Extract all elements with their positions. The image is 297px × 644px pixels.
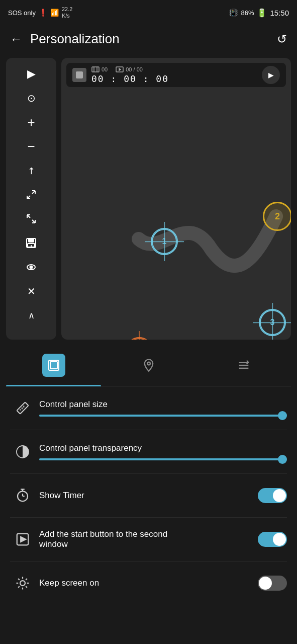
back-button[interactable]: ← bbox=[10, 32, 22, 46]
timer-bar: 00 00 / 00 00 : 00 : 00 ▶ bbox=[66, 63, 286, 87]
tab-panel[interactable] bbox=[6, 345, 101, 386]
battery-icon: 🔋 bbox=[257, 8, 267, 18]
sos-text: SOS only bbox=[8, 9, 36, 17]
svg-point-24 bbox=[147, 362, 150, 365]
frame-total: 00 / 00 bbox=[126, 66, 143, 72]
map-area[interactable]: 00 00 / 00 00 : 00 : 00 ▶ bbox=[61, 58, 291, 340]
panel-size-setting: Control panel size bbox=[10, 386, 287, 430]
waypoint-3[interactable]: 3 bbox=[259, 309, 286, 336]
screen-on-label: Keep screen on bbox=[39, 578, 99, 588]
panel-size-thumb bbox=[278, 411, 287, 420]
waypoint-circle-1: 1 bbox=[151, 228, 178, 255]
timer-display: 00 : 00 : 00 bbox=[91, 73, 257, 84]
start-button-knob bbox=[273, 533, 286, 546]
destination-marker[interactable]: 2 bbox=[263, 202, 291, 231]
show-timer-label: Show Timer bbox=[39, 491, 84, 501]
reset-button[interactable]: ↺ bbox=[277, 32, 287, 46]
header-left: ← Personalization bbox=[10, 31, 120, 47]
save-button[interactable] bbox=[16, 232, 46, 254]
timer-meta: 00 00 / 00 bbox=[91, 66, 257, 72]
exclamation-icon: ❗ bbox=[39, 9, 47, 17]
screen-on-toggle[interactable] bbox=[258, 576, 287, 591]
start-button-main: Add the start button to the second windo… bbox=[39, 529, 287, 549]
transparency-icon bbox=[10, 439, 35, 464]
map-svg bbox=[61, 58, 291, 340]
svg-rect-13 bbox=[29, 238, 34, 242]
transparency-label: Control panel transparency bbox=[39, 443, 287, 453]
svg-line-46 bbox=[26, 586, 27, 588]
left-toolbar: ▶ ⊙ + − ↗ bbox=[6, 58, 56, 340]
waypoint-2[interactable]: 2 bbox=[126, 337, 153, 340]
timer-icon bbox=[10, 483, 35, 508]
panel-tab-icon bbox=[42, 354, 65, 377]
play-button[interactable]: ▶ bbox=[16, 63, 46, 85]
show-timer-setting: Show Timer bbox=[10, 474, 287, 518]
svg-line-45 bbox=[18, 579, 20, 580]
panel-size-fill bbox=[39, 415, 282, 417]
eye-button[interactable] bbox=[16, 256, 46, 278]
half-circle-svg bbox=[15, 444, 30, 459]
show-timer-main: Show Timer bbox=[39, 488, 287, 503]
start-button-toggle[interactable] bbox=[258, 532, 287, 547]
start-button-label: Add the start button to the second windo… bbox=[39, 529, 190, 549]
start-button-setting: Add the start button to the second windo… bbox=[10, 518, 287, 561]
vibrate-icon: 📳 bbox=[229, 9, 238, 17]
ruler-icon bbox=[10, 395, 35, 421]
speed-text: 22.2K/s bbox=[62, 6, 72, 19]
panel-size-slider-container[interactable] bbox=[39, 415, 287, 417]
frame-icon-group: 00 bbox=[91, 66, 108, 72]
tab-location[interactable] bbox=[101, 345, 196, 386]
panel-transparency-setting: Control panel transparency bbox=[10, 430, 287, 474]
panel-size-label: Control panel size bbox=[39, 399, 287, 410]
battery-percent: 86% bbox=[241, 9, 254, 17]
page-title: Personalization bbox=[30, 31, 120, 47]
waypoint-1[interactable]: 1 bbox=[151, 228, 178, 255]
waypoint-number-3: 3 bbox=[270, 318, 275, 327]
waypoint-circle-3: 3 bbox=[259, 309, 286, 336]
show-timer-knob bbox=[273, 489, 286, 502]
transparency-fill bbox=[39, 458, 282, 460]
transparency-thumb bbox=[278, 455, 287, 464]
svg-point-40 bbox=[20, 581, 25, 586]
frame-count: 00 bbox=[102, 66, 108, 72]
expand-button[interactable] bbox=[16, 208, 46, 230]
svg-line-48 bbox=[26, 579, 27, 580]
wifi-icon: 📶 bbox=[50, 9, 59, 17]
tab-sort[interactable] bbox=[196, 345, 291, 386]
screen-on-setting: Keep screen on bbox=[10, 561, 287, 605]
svg-rect-23 bbox=[50, 362, 57, 369]
waypoint-circle-2: 2 bbox=[126, 337, 153, 340]
play-square-icon bbox=[10, 527, 35, 552]
brightness-icon bbox=[10, 571, 35, 596]
close-button[interactable]: ✕ bbox=[16, 280, 46, 302]
status-right: 📳 86% 🔋 15:50 bbox=[229, 8, 289, 18]
clock-time: 15:50 bbox=[270, 9, 289, 17]
show-timer-toggle[interactable] bbox=[258, 488, 287, 503]
destination-number: 2 bbox=[275, 211, 280, 222]
transparency-slider-container[interactable] bbox=[39, 458, 287, 460]
stop-button[interactable] bbox=[72, 68, 86, 82]
chevron-up-button[interactable]: ∧ bbox=[16, 304, 46, 327]
collapse-button[interactable] bbox=[16, 184, 46, 206]
transparency-content: Control panel transparency bbox=[39, 443, 287, 460]
status-left: SOS only ❗ 📶 22.2K/s bbox=[8, 6, 72, 19]
svg-marker-39 bbox=[21, 537, 26, 542]
transparency-slider[interactable] bbox=[39, 458, 287, 460]
sort-tab-icon bbox=[237, 358, 251, 372]
waypoint-number-1: 1 bbox=[162, 237, 167, 246]
screen-on-knob bbox=[259, 577, 272, 590]
add-button[interactable]: + bbox=[16, 111, 46, 133]
panel-size-slider[interactable] bbox=[39, 415, 287, 417]
frame-total-group: 00 / 00 bbox=[116, 66, 143, 72]
screen-on-main: Keep screen on bbox=[39, 576, 287, 591]
timer-info: 00 00 / 00 00 : 00 : 00 bbox=[91, 66, 257, 84]
location-tab-icon bbox=[142, 358, 156, 372]
target-button[interactable]: ⊙ bbox=[16, 87, 46, 109]
canvas-area: ▶ ⊙ + − ↗ bbox=[6, 58, 291, 340]
stop-icon bbox=[76, 71, 83, 78]
panel-size-content: Control panel size bbox=[39, 399, 287, 417]
header: ← Personalization ↺ bbox=[0, 25, 297, 53]
svg-rect-18 bbox=[92, 67, 99, 72]
svg-point-17 bbox=[30, 266, 33, 269]
timer-play-button[interactable]: ▶ bbox=[262, 66, 280, 84]
